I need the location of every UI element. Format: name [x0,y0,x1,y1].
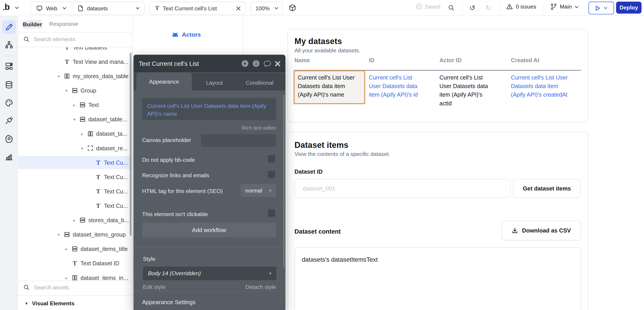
bbcode-checkbox[interactable] [268,155,275,163]
add-workflow-button[interactable]: Add workflow [142,223,276,237]
page-selector[interactable]: datasets [87,5,108,11]
rich-text-editor-link[interactable]: Rich text editor [242,125,276,131]
content-expression-input[interactable]: Current cell's List User Datasets data i… [142,98,276,120]
inspector-scrollbar[interactable] [283,95,284,267]
tree-caret-icon[interactable]: ▸ [64,275,69,280]
tree-caret-icon[interactable]: ▾ [56,74,61,78]
page-chevron-down-icon[interactable] [136,7,140,10]
tree-caret-icon[interactable]: ▾ [80,146,84,150]
html-tag-dropdown[interactable]: normal ▼ [240,184,276,197]
tree-caret-icon[interactable]: ▾ [72,117,77,121]
download-csv-button[interactable]: Download as CSV [502,221,581,240]
tree-item-text-cu[interactable]: TText Cu... [18,185,132,198]
comment-icon[interactable] [263,60,272,67]
nav-actors[interactable]: Actors [172,31,201,38]
tab-builder[interactable]: Builder [22,20,43,29]
visual-elements-section[interactable]: ▼ Visual Elements [25,300,74,306]
tree-item-label: dataset_items_title [80,246,128,252]
tree-item-text-cu[interactable]: TText Cu... [18,170,132,184]
tab-layout[interactable]: Layout [192,75,237,91]
search-assets-input[interactable] [33,284,117,291]
info-icon[interactable] [252,60,260,68]
settings-gear-icon[interactable] [5,134,13,143]
table-cell-selected[interactable]: Current cell's List UserDatasets data it… [294,70,365,104]
tree-item-dataset-items-title[interactable]: ▸dataset_items_title [18,242,132,256]
tree-item-text-cu[interactable]: TText Cu... [18,199,132,213]
dataset-items-card: Dataset items View the contents of a spe… [288,132,588,310]
tree-item-text-dataset-id[interactable]: TText Dataset ID [18,257,132,270]
tree-item-dataset-items-in[interactable]: ▸dataset_items_in... [18,271,132,280]
plugins-plug-icon[interactable] [5,116,13,125]
canvas-placeholder-input[interactable] [201,134,276,147]
tree-item-text-datasets[interactable]: TText Datasets [18,47,132,54]
page-icon [77,5,84,12]
tree-item-label: Text Dataset ID [80,260,119,266]
design-pencil-icon[interactable] [5,23,13,32]
tree-item-dataset-ta[interactable]: ▸dataset_ta... [18,127,132,140]
tree-caret-icon[interactable]: ▸ [72,218,77,222]
component-cube-icon[interactable] [289,4,296,12]
get-dataset-items-button[interactable]: Get dataset items [513,179,581,198]
tab-conditional[interactable]: Conditional [237,75,282,91]
styles-palette-icon[interactable] [5,99,13,107]
undo-icon[interactable]: ↺ [470,4,476,12]
not-clickable-checkbox[interactable] [268,209,275,217]
workflow-sitemap-icon[interactable] [5,41,13,49]
redo-icon[interactable]: ↻ [486,4,491,12]
search-icon[interactable] [448,5,454,11]
dataset-id-input[interactable] [302,185,497,192]
tree-item-label: Text Datasets [73,47,107,51]
tab-responsive[interactable]: Responsive [49,21,78,27]
table-cell[interactable]: Current cell's ListUser Datasets dataite… [369,73,434,99]
style-dropdown[interactable]: Body 14 (Overridden) ▼ [143,267,276,280]
tree-caret-icon[interactable]: ▸ [64,247,69,251]
detach-style-link[interactable]: Detach style [246,284,276,290]
search-elements-input[interactable] [33,36,117,43]
close-tab-icon[interactable] [236,6,240,11]
element-tab[interactable]: T Text Current cell's List [149,2,246,15]
text-element-icon: T [95,174,101,180]
edit-style-link[interactable]: Edit style [143,284,165,290]
tree-caret-icon[interactable]: ▾ [56,232,61,237]
tree-item-text-cu[interactable]: TText Cu... [18,156,132,169]
tree-item-dataset-re[interactable]: ▾dataset_re... [18,141,132,155]
tree-item-text[interactable]: ▸Text [18,98,132,112]
html-tag-label: HTML tag for this element (SEO) [142,188,223,194]
tree-item-label: Group [80,87,96,93]
zoom-control[interactable]: 100% [250,2,282,15]
logo-chevron-down-icon[interactable] [15,6,19,10]
components-icon[interactable] [5,62,13,71]
tree-caret-icon[interactable]: ▸ [80,131,84,136]
table-cell[interactable]: Current cell's List UserDatasets data it… [511,73,586,99]
preview-button[interactable] [588,2,614,14]
database-icon[interactable] [5,81,13,89]
bubble-logo[interactable]: b [4,2,10,12]
inspector-header[interactable]: Text Current cell's List [134,55,286,73]
tree-item-text-view-and-mana[interactable]: TText View and mana... [18,55,132,68]
tree-caret-icon[interactable]: ▸ [72,103,77,107]
table-cell[interactable]: Current cell's ListUser Datasets dataite… [440,73,501,108]
text-element-icon: T [95,202,101,209]
tree-item-dataset-table[interactable]: ▾dataset_table... [18,113,132,126]
rail-divider [3,56,15,56]
deploy-button[interactable]: Deploy [616,2,642,14]
tree-scrollbar[interactable] [130,53,132,236]
dataset-content-box: datasets's datasetItemsText [294,247,581,310]
tree-caret-icon[interactable]: ▾ [64,88,69,93]
mode-chevron-down-icon[interactable] [62,7,66,10]
logs-chart-icon[interactable] [5,153,13,161]
tree-item-group[interactable]: ▾Group [18,84,132,97]
tab-appearance[interactable]: Appearance [136,72,192,91]
tree-item-my-stores-data-table[interactable]: ▾my_stores_data_table [18,70,132,83]
tree-item-stores-data-b[interactable]: ▸stores_data_b... [18,214,132,227]
branch-selector[interactable]: Main [550,3,579,10]
tree-item-dataset-items-group[interactable]: ▾dataset_items_group [18,228,132,241]
appearance-settings-header[interactable]: Appearance Settings [142,299,196,305]
recognize-links-checkbox[interactable] [268,171,275,178]
text-element-icon: T [155,5,159,12]
mode-selector[interactable]: Web [46,5,57,11]
close-icon[interactable] [275,61,280,67]
dataset-content-label: Dataset content [294,228,340,235]
issues-indicator[interactable]: 0 issues [506,3,536,10]
run-workflow-icon[interactable] [241,60,249,68]
